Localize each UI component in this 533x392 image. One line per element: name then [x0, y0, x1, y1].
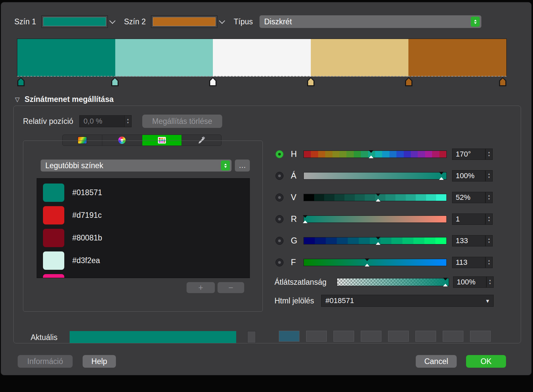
blue-stepper[interactable]: ▲▼ [485, 257, 493, 268]
hue-value-input[interactable]: 170° [452, 149, 485, 160]
color-swatch [43, 229, 64, 247]
help-button[interactable]: Help [83, 355, 116, 368]
stop-color [406, 78, 411, 85]
type-select[interactable]: Diszkrét [260, 15, 481, 28]
palette-swatch[interactable] [388, 331, 409, 342]
radio-saturation[interactable] [275, 172, 283, 180]
recent-colors-list: #018571 #d7191c #80081b #d3f2ea [37, 178, 250, 278]
green-stepper[interactable]: ▲▼ [485, 235, 493, 246]
color2-label: Szín 2 [124, 17, 146, 26]
color1-label: Szín 1 [14, 17, 36, 26]
opacity-stepper[interactable]: ▲▼ [486, 276, 494, 288]
more-palettes-button[interactable]: … [235, 160, 250, 172]
radio-hue[interactable] [275, 150, 283, 158]
palette-swatch[interactable] [333, 331, 354, 342]
palette-swatch-row [279, 331, 491, 342]
color-list-item[interactable]: #d3f2ea [37, 249, 250, 272]
value-slider[interactable] [303, 194, 447, 201]
relative-position-value: 0,0 % [80, 117, 102, 126]
stepper-down-icon: ▼ [127, 122, 129, 124]
palette-swatch[interactable] [361, 331, 381, 342]
color-list-item[interactable]: #018571 [37, 181, 250, 204]
channel-key: Á [291, 171, 301, 181]
relative-position-row: Relatív pozíció 0,0 % ▲ ▼ Megállítás tör… [23, 115, 222, 128]
palette-swatch[interactable] [470, 331, 491, 342]
channel-key: F [291, 257, 301, 267]
relative-position-input[interactable]: 0,0 % [79, 115, 124, 127]
gradient-stop[interactable] [111, 77, 119, 86]
recent-colors-select[interactable]: Legutóbbi színek [41, 160, 232, 172]
stepper-up-icon: ▲ [488, 151, 490, 154]
section-header: ▽ Színátmenet megállítása [15, 95, 114, 104]
red-stepper[interactable]: ▲▼ [485, 213, 493, 225]
color-picker-box: Legutóbbi színek … #018571 #d7191c #8008… [23, 141, 263, 312]
saturation-value-input[interactable]: 100% [452, 170, 485, 182]
gradient-stop[interactable] [307, 77, 314, 86]
saturation-slider[interactable] [303, 172, 447, 180]
html-hex-input[interactable]: #018571 ▼ [321, 295, 494, 307]
radio-value[interactable] [275, 194, 283, 201]
gradient-stop[interactable] [499, 77, 506, 86]
hue-slider[interactable] [303, 151, 447, 158]
gradient-stop[interactable] [17, 77, 25, 86]
stop-color [210, 78, 216, 85]
palette-swatch[interactable] [415, 331, 436, 342]
green-value-input[interactable]: 133 [452, 235, 485, 246]
green-slider[interactable] [303, 237, 447, 244]
saturation-stepper[interactable]: ▲▼ [485, 170, 493, 182]
gradient-stop[interactable] [209, 77, 217, 86]
remove-color-button[interactable]: − [218, 282, 244, 293]
stepper-up-icon: ▲ [488, 195, 490, 197]
html-hex-value: #018571 [325, 296, 485, 305]
current-color-preview [70, 331, 236, 343]
radio-red[interactable] [275, 215, 283, 223]
radio-blue[interactable] [275, 258, 283, 266]
blue-value-input[interactable]: 113 [452, 257, 485, 268]
value-value-input[interactable]: 52% [452, 192, 485, 203]
stepper-up-icon: ▲ [127, 118, 129, 121]
palette-swatch[interactable] [279, 331, 299, 342]
stepper-up-icon: ▲ [488, 173, 490, 176]
value-stepper[interactable]: ▲▼ [485, 192, 493, 203]
radio-green[interactable] [275, 237, 283, 245]
channel-row-saturation: Á 100% ▲▼ [275, 165, 494, 187]
palette-swatch[interactable] [443, 331, 463, 342]
delete-stop-button[interactable]: Megállítás törlése [142, 115, 222, 128]
type-label: Típus [234, 17, 253, 26]
palette-swatch[interactable] [306, 331, 327, 342]
list-edit-buttons: + − [187, 282, 244, 293]
blue-slider[interactable] [303, 259, 447, 266]
html-notation-row: Html jelölés #018571 ▼ [274, 295, 494, 307]
opacity-row: Átlátszatlanság 100% ▲▼ [274, 276, 494, 288]
opacity-slider[interactable] [337, 278, 449, 286]
color-swatch [43, 184, 64, 202]
recent-colors-value: Legutóbbi színek [45, 161, 221, 170]
color-list-item[interactable] [37, 272, 250, 278]
red-value-input[interactable]: 1 [452, 213, 485, 225]
color2-dropdown[interactable] [151, 15, 218, 28]
channel-sliders: H 170° ▲▼ Á 100% ▲▼ V [275, 143, 494, 273]
color-list-item[interactable]: #d7191c [37, 204, 250, 226]
stepper-down-icon: ▼ [488, 263, 490, 265]
stepper-down-icon: ▼ [489, 282, 491, 285]
current-color-label: Aktuális [31, 333, 59, 342]
info-button[interactable]: Információ [18, 355, 73, 368]
color1-dropdown[interactable] [41, 15, 108, 28]
stop-color [112, 78, 118, 85]
opacity-value-input[interactable]: 100% [453, 276, 486, 288]
add-color-button[interactable]: + [187, 282, 215, 293]
hue-stepper[interactable]: ▲▼ [485, 149, 493, 160]
screen: Szín 1 Szín 2 Típus Diszkrét ▽ Színátm [0, 0, 533, 392]
stepper-down-icon: ▼ [488, 198, 490, 200]
red-slider[interactable] [303, 215, 447, 223]
disclosure-triangle-icon[interactable]: ▽ [15, 96, 20, 103]
color-list-item[interactable]: #80081b [37, 226, 250, 249]
ok-button[interactable]: OK [466, 355, 506, 368]
gradient-stop[interactable] [405, 77, 412, 86]
color-hex-label: #d3f2ea [72, 256, 100, 265]
cancel-button[interactable]: Cancel [416, 355, 457, 368]
relative-position-stepper[interactable]: ▲ ▼ [124, 115, 132, 127]
color-hex-label: #018571 [72, 188, 102, 197]
channel-key: H [291, 149, 301, 159]
stepper-down-icon: ▼ [488, 219, 490, 222]
